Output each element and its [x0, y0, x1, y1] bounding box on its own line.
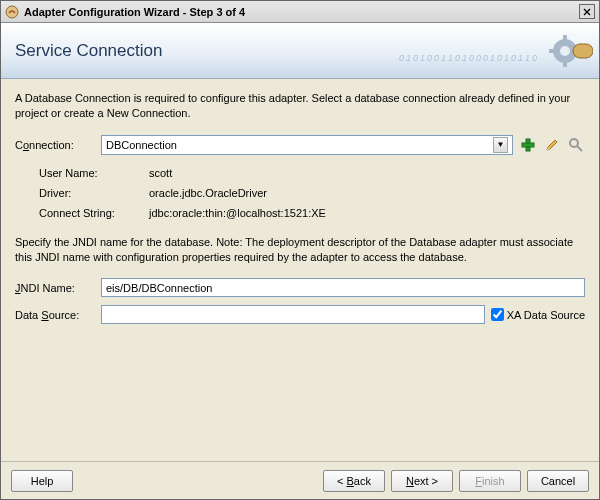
plus-icon [520, 137, 536, 153]
svg-rect-4 [563, 61, 567, 67]
datasource-row: Data Source: XA Data Source [15, 305, 585, 324]
driver-value: oracle.jdbc.OracleDriver [149, 187, 267, 199]
title-bar: Adapter Configuration Wizard - Step 3 of… [1, 1, 599, 23]
wizard-body: A Database Connection is required to con… [1, 79, 599, 461]
xa-checkbox[interactable] [491, 308, 504, 321]
svg-point-2 [560, 46, 570, 56]
finish-button: Finish [459, 470, 521, 492]
svg-rect-3 [563, 35, 567, 41]
jndi-row: JNDI Name: [15, 278, 585, 297]
svg-line-11 [577, 146, 582, 151]
wizard-footer: Help < Back Next > Finish Cancel [1, 461, 599, 499]
next-button[interactable]: Next > [391, 470, 453, 492]
user-name-row: User Name: scott [39, 167, 585, 179]
datasource-input[interactable] [101, 305, 485, 324]
wizard-header: Service Connection 01010011010001010110 [1, 23, 599, 79]
back-button[interactable]: < Back [323, 470, 385, 492]
app-icon [5, 5, 19, 19]
header-decoration-numbers: 01010011010001010110 [399, 53, 539, 63]
magnifier-icon [568, 137, 584, 153]
xa-label: XA Data Source [507, 309, 585, 321]
datasource-label: Data Source: [15, 309, 101, 321]
connect-string-row: Connect String: jdbc:oracle:thin:@localh… [39, 207, 585, 219]
add-connection-button[interactable] [519, 136, 537, 154]
wizard-window: Adapter Configuration Wizard - Step 3 of… [0, 0, 600, 500]
driver-row: Driver: oracle.jdbc.OracleDriver [39, 187, 585, 199]
connection-row: Connection: DBConnection ▼ [15, 135, 585, 155]
svg-point-0 [6, 6, 18, 18]
jndi-name-input[interactable] [101, 278, 585, 297]
gear-icon [545, 27, 593, 77]
page-title: Service Connection [15, 41, 162, 61]
svg-point-10 [570, 139, 578, 147]
xa-checkbox-wrapper[interactable]: XA Data Source [491, 308, 585, 321]
user-name-value: scott [149, 167, 172, 179]
connection-label: Connection: [15, 139, 101, 151]
help-button[interactable]: Help [11, 470, 73, 492]
svg-rect-9 [522, 143, 534, 147]
cancel-button[interactable]: Cancel [527, 470, 589, 492]
window-title: Adapter Configuration Wizard - Step 3 of… [24, 6, 579, 18]
svg-rect-5 [549, 49, 555, 53]
svg-rect-7 [573, 44, 593, 58]
chevron-down-icon: ▼ [493, 137, 508, 153]
jndi-label: JNDI Name: [15, 282, 101, 294]
close-button[interactable] [579, 4, 595, 19]
connect-string-label: Connect String: [39, 207, 149, 219]
connection-selected-value: DBConnection [106, 139, 177, 151]
pencil-icon [544, 137, 560, 153]
search-connection-button[interactable] [567, 136, 585, 154]
intro-text: A Database Connection is required to con… [15, 91, 585, 121]
connection-select[interactable]: DBConnection ▼ [101, 135, 513, 155]
jndi-advice-text: Specify the JNDI name for the database. … [15, 235, 585, 265]
user-name-label: User Name: [39, 167, 149, 179]
driver-label: Driver: [39, 187, 149, 199]
connect-string-value: jdbc:oracle:thin:@localhost:1521:XE [149, 207, 326, 219]
close-icon [583, 8, 591, 16]
edit-connection-button[interactable] [543, 136, 561, 154]
